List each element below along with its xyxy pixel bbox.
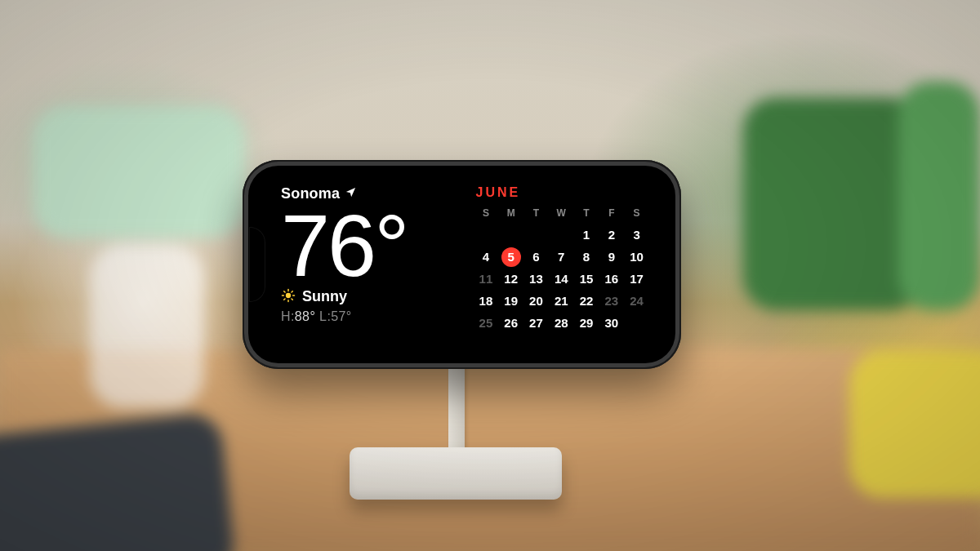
charging-stand-pole [448, 358, 465, 459]
weather-low-value: 57° [331, 309, 351, 323]
calendar-day[interactable]: 24 [624, 290, 649, 312]
calendar-day[interactable]: 22 [574, 290, 599, 312]
calendar-day[interactable]: 23 [599, 290, 624, 312]
calendar-weekday-row: S M T W T F S [474, 205, 650, 224]
calendar-day[interactable]: 1 [574, 224, 599, 246]
calendar-widget[interactable]: JUNE S M T W T F S 1234567891011121 [466, 184, 650, 347]
calendar-day[interactable]: 26 [498, 312, 523, 334]
calendar-weekday: F [599, 205, 624, 224]
calendar-weekday: T [574, 205, 599, 224]
calendar-grid: S M T W T F S 12345678910111213141516171… [474, 205, 650, 334]
svg-line-7 [284, 299, 285, 300]
sun-icon [281, 288, 296, 306]
calendar-day[interactable]: 20 [523, 290, 549, 312]
calendar-day[interactable]: 21 [549, 290, 574, 312]
calendar-week-row: 18192021222324 [474, 290, 650, 312]
calendar-weekday: T [523, 205, 549, 224]
calendar-day[interactable]: 15 [574, 268, 599, 290]
calendar-day[interactable]: 30 [599, 312, 624, 334]
svg-line-8 [292, 291, 292, 291]
dynamic-island [250, 228, 265, 301]
calendar-day[interactable]: 2 [599, 224, 624, 246]
svg-line-5 [284, 291, 285, 291]
calendar-day [498, 224, 523, 246]
calendar-week-row: 45678910 [474, 246, 650, 268]
weather-high-label: H: [281, 309, 295, 323]
weather-condition-row: Sunny [281, 288, 466, 306]
calendar-day[interactable]: 9 [599, 246, 624, 268]
calendar-day[interactable]: 18 [474, 290, 499, 312]
calendar-weekday: S [474, 205, 499, 224]
calendar-month-label: JUNE [476, 185, 650, 200]
calendar-week-row: 252627282930 [474, 312, 650, 334]
calendar-week-row: 11121314151617 [474, 268, 650, 290]
calendar-day[interactable]: 7 [549, 246, 574, 268]
iphone-device: Sonoma 76° Sunny H:88° [243, 160, 681, 369]
calendar-day[interactable]: 4 [474, 246, 499, 268]
weather-condition-text: Sunny [302, 288, 347, 305]
svg-point-0 [286, 292, 291, 297]
weather-low-label: L: [319, 309, 331, 323]
calendar-day [474, 224, 499, 246]
calendar-day[interactable]: 19 [498, 290, 523, 312]
calendar-weekday: M [498, 205, 523, 224]
weather-widget[interactable]: Sonoma 76° Sunny H:88° [281, 184, 466, 347]
calendar-day[interactable]: 5 [498, 246, 523, 268]
calendar-day[interactable]: 29 [574, 312, 599, 334]
calendar-day[interactable]: 28 [549, 312, 574, 334]
weather-high-value: 88° [295, 309, 315, 323]
calendar-day[interactable]: 11 [474, 268, 499, 290]
calendar-week-row: 123 [474, 224, 650, 246]
calendar-day [549, 224, 574, 246]
calendar-day[interactable]: 25 [474, 312, 499, 334]
calendar-day[interactable]: 13 [523, 268, 549, 290]
weather-high-low: H:88° L:57° [281, 309, 466, 324]
product-photo-scene: Sonoma 76° Sunny H:88° [0, 0, 980, 551]
calendar-weekday: S [624, 205, 649, 224]
calendar-day[interactable]: 8 [574, 246, 599, 268]
calendar-day[interactable]: 6 [523, 246, 549, 268]
calendar-day[interactable]: 17 [624, 268, 649, 290]
calendar-day[interactable]: 10 [624, 246, 649, 268]
calendar-day[interactable]: 16 [599, 268, 624, 290]
calendar-day[interactable]: 14 [549, 268, 574, 290]
calendar-day[interactable]: 12 [498, 268, 523, 290]
calendar-day [624, 312, 649, 334]
weather-temperature: 76° [281, 204, 466, 288]
calendar-day[interactable]: 27 [523, 312, 549, 334]
svg-line-6 [292, 299, 292, 300]
charging-stand-base [350, 447, 562, 500]
calendar-day[interactable]: 3 [624, 224, 649, 246]
calendar-weekday: W [549, 205, 574, 224]
standby-screen[interactable]: Sonoma 76° Sunny H:88° [250, 167, 674, 362]
calendar-day [523, 224, 549, 246]
